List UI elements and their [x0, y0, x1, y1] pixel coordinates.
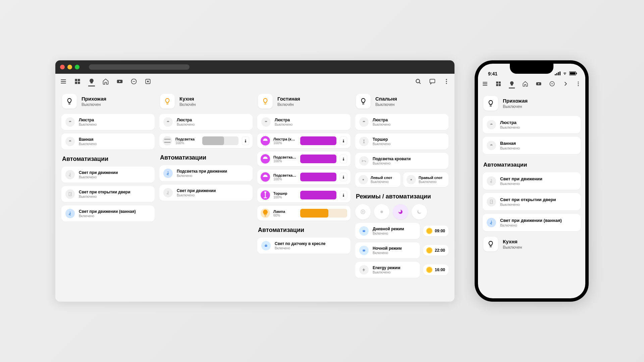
svg-point-47 — [578, 81, 579, 82]
color-temp-button[interactable]: 🌡 — [340, 191, 347, 199]
robot-icon — [359, 226, 369, 236]
brightness-bar[interactable] — [300, 173, 336, 181]
room-header-hall[interactable]: Прихожая Выключен — [483, 94, 581, 113]
automation-card[interactable]: Свет при движенииВыключено — [61, 167, 155, 183]
automation-card[interactable]: Свет при открытии двериВыключено — [61, 186, 155, 202]
device-card[interactable]: Левый спотВыключено — [355, 172, 400, 187]
device-card[interactable]: ЛюстраВыключено — [355, 114, 448, 130]
slider-card[interactable]: Торшер100% 🌡 — [257, 188, 351, 202]
chevron-right-icon[interactable] — [562, 81, 569, 87]
brightness-bar[interactable] — [300, 155, 336, 163]
window-maximize-dot[interactable] — [75, 65, 79, 69]
ceiling-light-icon — [359, 117, 369, 127]
brightness-bar[interactable] — [300, 191, 336, 199]
mode-card[interactable]: Ночной режимВключено — [355, 242, 420, 258]
motion-icon — [163, 169, 173, 178]
device-card[interactable]: ТоршерВыключено — [355, 133, 448, 149]
slider-card[interactable]: Подсветка сто...100% 🌡 — [257, 170, 351, 184]
column-hall: Прихожая Выключен ЛюстраВыключено Ванная… — [61, 93, 155, 302]
url-bar[interactable] — [89, 64, 190, 70]
room-header-bedroom[interactable]: Спальня Выключен — [355, 93, 448, 111]
automation-card[interactable]: Свет по датчику в креслеВключено — [257, 238, 351, 254]
bulb-icon — [483, 96, 498, 111]
device-card[interactable]: ЛюстраВыключено — [61, 114, 155, 130]
svg-rect-28 — [363, 230, 365, 232]
room-header-living[interactable]: Гостиная Включён — [257, 93, 351, 111]
brightness-bar[interactable] — [300, 136, 336, 145]
mode-button-active[interactable] — [393, 204, 408, 220]
room-header-kitchen[interactable]: Кухня Выключен — [483, 235, 581, 253]
menu-icon[interactable] — [60, 78, 67, 85]
automation-card[interactable]: Свет при движенииВыключено — [159, 185, 253, 201]
sun-icon — [427, 228, 432, 234]
device-card[interactable]: ЛюстраВыключено — [483, 116, 581, 133]
slider-card[interactable]: Подсветка100% 🌡 — [159, 133, 253, 148]
wifi-icon — [562, 71, 568, 76]
brightness-bar[interactable] — [202, 136, 238, 145]
color-temp-button[interactable]: 🌡 — [340, 155, 347, 163]
automation-card[interactable]: Свет при движенииВыключено — [483, 172, 581, 190]
svg-point-16 — [70, 212, 70, 213]
ceiling-light-icon — [65, 117, 75, 127]
search-icon[interactable] — [415, 78, 422, 85]
time-chip[interactable]: 09:00 — [423, 226, 448, 236]
dashboard-icon[interactable] — [495, 81, 501, 87]
svg-rect-36 — [558, 72, 559, 75]
chat-icon[interactable] — [429, 78, 436, 85]
door-icon — [65, 189, 75, 199]
svg-rect-34 — [555, 74, 556, 75]
shield-icon[interactable] — [549, 81, 555, 87]
automation-card[interactable]: Свет при открытии двериВыключено — [483, 193, 581, 210]
phone-content: Прихожая Выключен ЛюстраВыключено Ванная… — [478, 90, 585, 298]
window-minimize-dot[interactable] — [67, 65, 72, 69]
ceiling-light-icon — [163, 117, 173, 127]
shield-icon[interactable] — [130, 78, 137, 85]
dashboard-icon[interactable] — [74, 78, 81, 85]
video-icon[interactable] — [116, 78, 123, 85]
room-header-hall[interactable]: Прихожая Выключен — [61, 93, 155, 111]
mode-button[interactable] — [412, 204, 427, 220]
color-temp-button[interactable]: 🌡 — [242, 136, 249, 145]
mode-button[interactable] — [355, 204, 371, 220]
slider-card[interactable]: Лампа60% — [257, 206, 351, 221]
color-temp-button[interactable]: 🌡 — [340, 136, 347, 145]
room-state: Включён — [179, 102, 196, 107]
svg-rect-9 — [430, 79, 435, 83]
device-card[interactable]: Правый спотВыключено — [403, 172, 448, 187]
room-header-kitchen[interactable]: Кухня Включён — [159, 93, 253, 111]
more-icon[interactable] — [443, 78, 450, 85]
device-card[interactable]: ВаннаяВыключено — [483, 137, 581, 154]
robot-icon — [359, 246, 369, 255]
window-close-dot[interactable] — [60, 65, 65, 69]
device-card[interactable]: ЛюстраВыключено — [257, 114, 351, 130]
time-chip[interactable]: 22:00 — [423, 245, 448, 256]
mode-card[interactable]: Energy режимВыключено — [355, 262, 420, 278]
slider-card[interactable]: Люстра (контур)100% 🌡 — [257, 133, 351, 148]
color-temp-button[interactable]: 🌡 — [340, 173, 347, 181]
svg-point-29 — [363, 231, 364, 231]
svg-rect-2 — [75, 82, 77, 84]
motion-icon — [487, 218, 496, 227]
more-icon[interactable] — [575, 81, 581, 87]
apps-icon[interactable] — [145, 78, 151, 85]
mode-button[interactable] — [374, 204, 389, 220]
lights-tab-icon[interactable] — [88, 80, 95, 86]
svg-point-12 — [446, 83, 447, 84]
time-chip[interactable]: 16:00 — [423, 264, 448, 275]
automation-card[interactable]: Свет при движении (ванная)Включено — [61, 205, 155, 222]
home-icon[interactable] — [522, 81, 528, 87]
mode-card[interactable]: Дневной режимВключено — [355, 223, 420, 239]
app-toolbar-mobile — [478, 77, 585, 90]
device-card[interactable]: ЛюстраВыключено — [159, 114, 253, 130]
svg-point-50 — [491, 179, 492, 180]
automation-card[interactable]: Свет при движении (ванная)Включено — [483, 214, 581, 231]
slider-card[interactable]: Подсветка ТВ100% 🌡 — [257, 152, 351, 166]
automation-card[interactable]: Подсветка при движенииВключено — [159, 165, 253, 181]
video-icon[interactable] — [536, 81, 542, 87]
device-card[interactable]: Подсветка кроватиВыключено — [355, 153, 448, 169]
device-card[interactable]: ВаннаяВыключено — [61, 133, 155, 149]
home-icon[interactable] — [102, 78, 109, 85]
menu-icon[interactable] — [482, 81, 488, 87]
lights-tab-icon[interactable] — [509, 82, 515, 88]
brightness-bar[interactable] — [300, 209, 347, 218]
